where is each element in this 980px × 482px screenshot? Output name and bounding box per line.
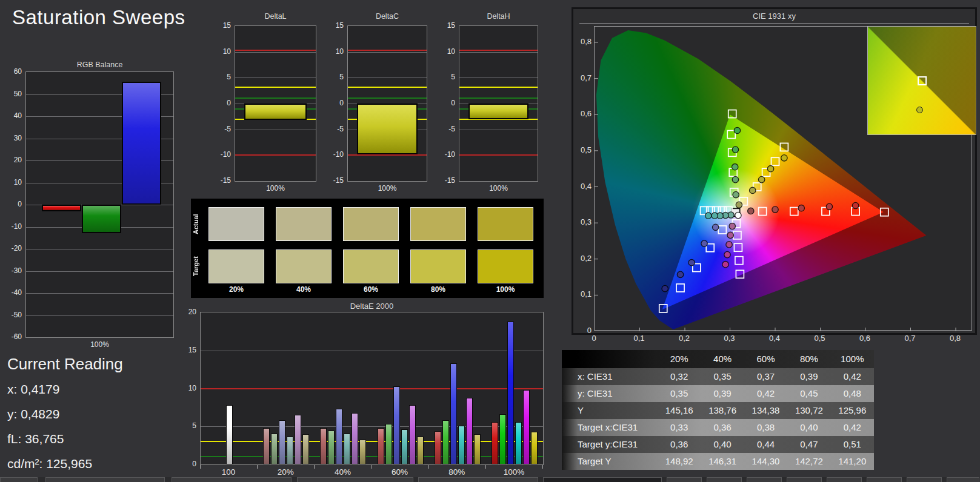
table-cell: 0,35 [658,385,701,402]
limit-line [235,154,316,156]
gridline [235,78,316,78]
table-cell: 130,72 [787,402,830,419]
delta-c-chart: DeltaC 100% 151050-5-10-15 [322,12,428,194]
table-cell: 141,20 [831,453,874,470]
deltae-bar [409,405,416,464]
y-tick-label: -15 [436,176,455,185]
measured-marker-yellow [750,187,756,193]
bottom-tab[interactable] [747,477,782,482]
bottom-tab[interactable] [418,477,538,482]
y-tick-label: 0 [436,99,455,107]
target-marker-magenta [735,257,743,265]
table-header-row: 20%40%60%80%100% [562,350,874,368]
x-tick-label: 0,4 [762,334,787,343]
y-tick-label: 0,2 [575,254,592,263]
swatch-actual [343,207,399,241]
deltae-bar [263,428,270,464]
x-axis-tick [200,465,201,469]
y-tick-label: 50 [2,90,22,98]
table-cell: 0,40 [701,436,744,453]
bottom-tab[interactable] [867,477,902,482]
deltae-bar [515,422,522,464]
table-cell: 0,44 [744,436,787,453]
y-tick-label: 5 [436,73,455,81]
table-cell: 0,48 [831,385,874,402]
limit-line [348,97,427,99]
bottom-tab[interactable] [667,477,702,482]
deltae-bar [226,405,233,464]
measured-marker-magenta [727,232,733,238]
table-row-label: Target y:CIE31 [562,436,658,453]
table-cell: 0,40 [787,419,830,436]
gridline [459,130,538,130]
chart-title: DeltaH [459,12,538,21]
measured-marker-red [852,202,858,208]
deltae-bar [507,322,514,464]
table-header-cell: 20% [658,350,701,368]
gridline [235,52,316,53]
bottom-tab[interactable] [45,477,165,482]
table-cell: 144,30 [744,453,787,470]
rgb-balance-chart: RGB Balance 100% 6050403020100-10-20-30-… [0,58,182,352]
table-cell: 145,16 [658,402,701,419]
x-group-label: 80% [433,467,481,477]
measured-marker-yellow [758,176,764,182]
y-tick-label: -5 [324,125,344,133]
bottom-tab[interactable] [787,477,822,482]
measurement-table: 20%40%60%80%100%x: CIE310,320,350,370,39… [562,350,874,470]
table-cell: 142,72 [787,453,830,470]
bottom-tab[interactable] [172,477,292,482]
measured-marker-magenta [729,223,735,229]
x-axis-label: 100% [459,184,538,193]
table-cell: 0,36 [658,436,701,453]
inset-target-marker [918,76,927,85]
gridline [459,78,538,78]
swatch-row-label: Actual [192,207,202,241]
table-cell: 138,76 [701,402,744,419]
bottom-tab[interactable] [707,477,742,482]
bar-100% [468,104,528,119]
bottom-tab[interactable] [297,477,413,482]
y-tick-label: -30 [2,266,22,275]
x-axis-tick [314,465,315,469]
bottom-tab[interactable] [947,477,979,482]
deltae-bar [279,420,285,464]
table-cell: 0,42 [744,385,787,402]
measured-marker-red [826,203,832,210]
swatch-row-label: Target [192,249,202,283]
swatch-actual [276,207,332,241]
bottom-tab[interactable] [543,477,662,482]
y-tick-label: 10 [2,178,22,187]
table-row: y: CIE310,350,390,420,450,48 [562,385,874,402]
measured-marker-magenta [722,261,728,267]
deltae-bar [344,434,350,464]
table-cell: 0,47 [787,436,830,453]
bottom-tab[interactable] [0,477,38,482]
gridline [348,52,427,53]
gridline [26,293,173,294]
limit-line [235,50,316,51]
x-axis-tick [428,465,429,469]
limit-line [348,50,427,51]
bottom-tab[interactable] [907,477,942,482]
cie-zoom-inset [867,26,976,135]
target-marker-red [881,208,888,216]
y-tick-label: -5 [212,125,231,133]
y-tick-label: -10 [324,150,344,159]
measured-marker-yellow [736,202,742,208]
limit-line [348,154,427,156]
table-cell: 0,32 [658,368,701,385]
deltae-bar [336,409,342,464]
y-tick-label: -40 [2,288,22,297]
bottom-tab[interactable] [827,477,862,482]
y-tick-label: 10 [436,47,455,56]
bar-green [82,205,121,233]
x-tick-label: 0 [582,334,606,343]
deltae-bar [417,437,424,464]
x-tick-label: 0,2 [672,334,696,343]
swatch-percent-label: 80% [410,285,466,294]
swatch-actual [478,207,533,241]
table-header-cell: 60% [744,350,787,368]
target-marker-red [790,208,798,216]
limit-line [459,154,538,156]
